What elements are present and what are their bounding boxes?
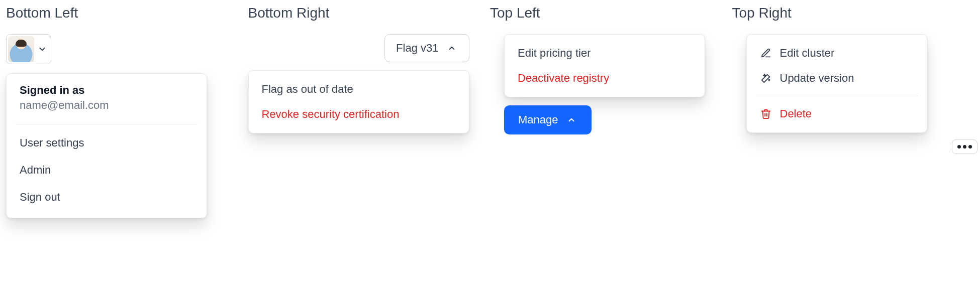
menu-item-admin[interactable]: Admin [7,157,207,184]
user-email: name@email.com [20,99,193,112]
menu-item-revoke-cert[interactable]: Revoke security certification [249,102,469,127]
menu-item-update-version-label: Update version [780,72,854,85]
signed-in-as-label: Signed in as [20,84,193,97]
col-title-bottom-right: Bottom Right [248,5,491,21]
user-menu-header: Signed in as name@email.com [7,84,207,119]
menu-item-flag-out-of-date[interactable]: Flag as out of date [249,77,469,102]
flag-menu: Flag as out of date Revoke security cert… [248,70,469,133]
cluster-menu: Edit cluster Update version [746,34,927,133]
menu-item-edit-cluster-label: Edit cluster [780,47,835,60]
menu-item-edit-pricing[interactable]: Edit pricing tier [505,41,705,66]
chevron-up-icon [446,42,458,54]
manage-trigger[interactable]: Manage [504,105,592,134]
menu-item-user-settings[interactable]: User settings [7,129,207,157]
flag-version-trigger[interactable]: Flag v31 [384,34,469,62]
col-title-bottom-left: Bottom Left [6,5,248,21]
chevron-up-icon [565,114,577,126]
col-top-right: Top Right Edit cluster [732,2,974,218]
col-bottom-left: Bottom Left Signed in as name@email.com … [6,2,248,218]
chevron-down-icon [36,43,48,55]
pencil-square-icon [760,47,772,59]
trash-icon [760,108,772,120]
menu-item-deactivate-registry[interactable]: Deactivate registry [505,66,705,91]
user-menu: Signed in as name@email.com User setting… [6,73,207,218]
flag-version-label: Flag v31 [396,42,438,55]
menu-item-edit-cluster[interactable]: Edit cluster [747,41,927,66]
col-bottom-right: Bottom Right Flag v31 Flag as out of dat… [248,2,491,218]
magic-wand-icon [760,72,772,84]
col-title-top-left: Top Left [490,5,732,21]
manage-label: Manage [518,113,558,126]
manage-menu: Edit pricing tier Deactivate registry [504,34,705,97]
col-title-top-right: Top Right [732,5,974,21]
more-horizontal-icon [957,145,961,149]
menu-item-delete[interactable]: Delete [747,101,927,126]
menu-item-delete-label: Delete [780,107,812,120]
col-top-left: Top Left Edit pricing tier Deactivate re… [490,2,732,218]
menu-item-update-version[interactable]: Update version [747,66,927,91]
menu-separator [16,124,198,124]
menu-separator [756,96,918,96]
more-trigger[interactable] [952,139,977,154]
avatar [8,36,34,62]
menu-item-sign-out[interactable]: Sign out [7,184,207,211]
avatar-dropdown-trigger[interactable] [6,34,51,64]
